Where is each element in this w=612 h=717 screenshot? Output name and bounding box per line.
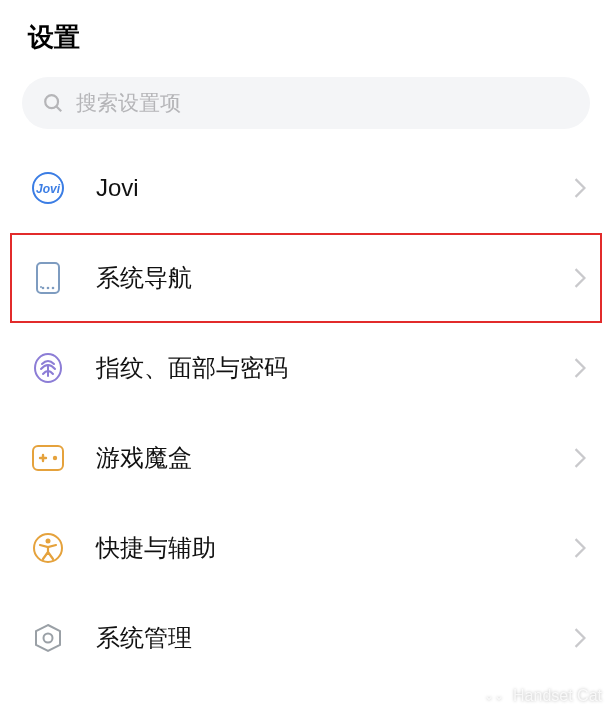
- svg-point-6: [42, 287, 45, 290]
- svg-point-8: [52, 287, 55, 290]
- chevron-right-icon: [574, 358, 586, 378]
- list-item-label: 快捷与辅助: [96, 532, 574, 564]
- jovi-icon: Jovi: [30, 170, 66, 206]
- search-icon: [42, 92, 64, 114]
- list-item-jovi[interactable]: Jovi Jovi: [0, 143, 612, 233]
- list-item-label: 系统导航: [96, 262, 574, 294]
- phone-nav-icon: [30, 260, 66, 296]
- game-box-icon: [30, 440, 66, 476]
- watermark: ⌄⌄ Handset Cat: [481, 683, 602, 709]
- chevron-right-icon: [574, 538, 586, 558]
- svg-rect-11: [33, 446, 63, 470]
- page-title: 设置: [0, 0, 612, 73]
- svg-line-1: [56, 106, 61, 111]
- chevron-right-icon: [574, 178, 586, 198]
- list-item-fingerprint-face-password[interactable]: 指纹、面部与密码: [0, 323, 612, 413]
- svg-point-18: [44, 634, 53, 643]
- system-mgmt-icon: [30, 620, 66, 656]
- svg-point-14: [53, 456, 57, 460]
- list-item-system-management[interactable]: 系统管理: [0, 593, 612, 683]
- list-item-game-box[interactable]: 游戏魔盒: [0, 413, 612, 503]
- list-item-label: 游戏魔盒: [96, 442, 574, 474]
- watermark-logo-icon: ⌄⌄: [481, 683, 507, 709]
- list-item-label: 系统管理: [96, 622, 574, 654]
- search-input[interactable]: 搜索设置项: [22, 77, 590, 129]
- chevron-right-icon: [574, 268, 586, 288]
- chevron-right-icon: [574, 628, 586, 648]
- list-item-shortcut-accessibility[interactable]: 快捷与辅助: [0, 503, 612, 593]
- svg-point-0: [45, 95, 58, 108]
- watermark-text: Handset Cat: [513, 687, 602, 705]
- settings-list: Jovi Jovi 系统导航: [0, 137, 612, 683]
- svg-marker-17: [36, 625, 60, 651]
- chevron-right-icon: [574, 448, 586, 468]
- list-item-label: Jovi: [96, 174, 574, 202]
- fingerprint-icon: [30, 350, 66, 386]
- list-item-system-navigation[interactable]: 系统导航: [10, 233, 602, 323]
- svg-point-16: [46, 539, 51, 544]
- accessibility-icon: [30, 530, 66, 566]
- search-placeholder: 搜索设置项: [76, 89, 181, 117]
- svg-point-7: [47, 287, 50, 290]
- list-item-label: 指纹、面部与密码: [96, 352, 574, 384]
- svg-text:Jovi: Jovi: [36, 182, 61, 196]
